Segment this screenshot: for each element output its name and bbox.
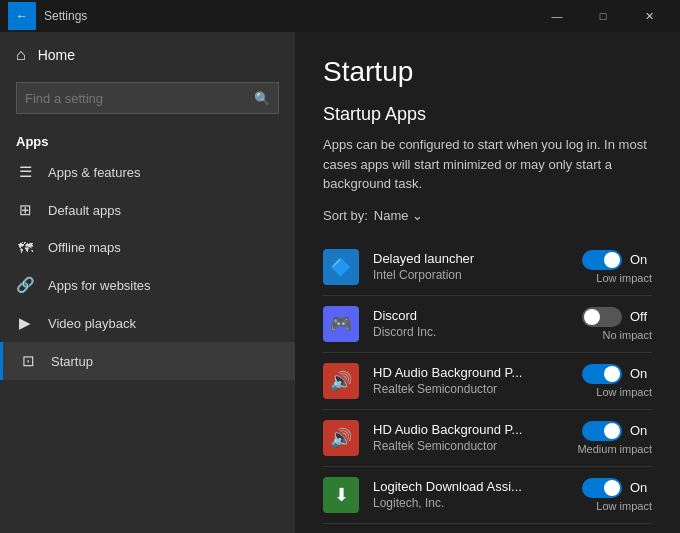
impact-label: No impact bbox=[602, 329, 652, 341]
sort-selector[interactable]: Name ⌄ bbox=[374, 208, 424, 223]
toggle-row: On bbox=[582, 364, 652, 384]
toggle-row: On bbox=[582, 421, 652, 441]
back-icon: ← bbox=[16, 9, 28, 23]
app-icon: ⬇ bbox=[323, 477, 359, 513]
app-info: HD Audio Background P... Realtek Semicon… bbox=[373, 365, 552, 396]
app-info: Delayed launcher Intel Corporation bbox=[373, 251, 552, 282]
toggle-label: On bbox=[630, 366, 652, 381]
app-info: HD Audio Background P... Realtek Semicon… bbox=[373, 422, 552, 453]
app-toggle-area: Off No impact bbox=[552, 307, 652, 341]
toggle-label: On bbox=[630, 252, 652, 267]
description-text: Apps can be configured to start when you… bbox=[323, 135, 652, 194]
impact-label: Low impact bbox=[596, 272, 652, 284]
app-name: HD Audio Background P... bbox=[373, 422, 552, 437]
default-apps-icon: ⊞ bbox=[16, 201, 34, 219]
home-label: Home bbox=[38, 47, 75, 63]
app-name: Logitech Download Assi... bbox=[373, 479, 552, 494]
search-input[interactable] bbox=[25, 91, 254, 106]
app-row: ☁ Microsoft OneDrive Off bbox=[323, 524, 652, 534]
offline-maps-icon: 🗺 bbox=[16, 239, 34, 256]
app-info: Discord Discord Inc. bbox=[373, 308, 552, 339]
home-icon: ⌂ bbox=[16, 46, 26, 64]
minimize-button[interactable]: — bbox=[534, 0, 580, 32]
page-title: Startup bbox=[323, 56, 652, 88]
apps-websites-label: Apps for websites bbox=[48, 278, 151, 293]
sort-chevron-icon: ⌄ bbox=[412, 208, 423, 223]
app-row: 🔊 HD Audio Background P... Realtek Semic… bbox=[323, 410, 652, 467]
app-row: 🔷 Delayed launcher Intel Corporation On … bbox=[323, 239, 652, 296]
apps-features-icon: ☰ bbox=[16, 163, 34, 181]
close-button[interactable]: ✕ bbox=[626, 0, 672, 32]
impact-label: Low impact bbox=[596, 500, 652, 512]
sort-row: Sort by: Name ⌄ bbox=[323, 208, 652, 223]
app-info: Logitech Download Assi... Logitech, Inc. bbox=[373, 479, 552, 510]
sort-value: Name bbox=[374, 208, 409, 223]
toggle-switch[interactable] bbox=[582, 307, 622, 327]
toggle-switch[interactable] bbox=[582, 364, 622, 384]
impact-label: Low impact bbox=[596, 386, 652, 398]
sidebar-item-home[interactable]: ⌂ Home bbox=[0, 32, 295, 78]
sidebar-item-offline-maps[interactable]: 🗺 Offline maps bbox=[0, 229, 295, 266]
toggle-switch[interactable] bbox=[582, 250, 622, 270]
sidebar-item-video-playback[interactable]: ▶ Video playback bbox=[0, 304, 295, 342]
toggle-switch[interactable] bbox=[582, 478, 622, 498]
app-toggle-area: On Low impact bbox=[552, 250, 652, 284]
toggle-thumb bbox=[584, 309, 600, 325]
toggle-label: On bbox=[630, 480, 652, 495]
app-company: Realtek Semiconductor bbox=[373, 382, 552, 396]
app-toggle-area: On Low impact bbox=[552, 478, 652, 512]
toggle-row: On bbox=[582, 250, 652, 270]
maximize-button[interactable]: □ bbox=[580, 0, 626, 32]
toggle-row: On bbox=[582, 478, 652, 498]
app-icon: 🔊 bbox=[323, 420, 359, 456]
startup-icon: ⊡ bbox=[19, 352, 37, 370]
section-title: Startup Apps bbox=[323, 104, 652, 125]
search-icon: 🔍 bbox=[254, 91, 270, 106]
sidebar-item-apps-websites[interactable]: 🔗 Apps for websites bbox=[0, 266, 295, 304]
toggle-thumb bbox=[604, 423, 620, 439]
impact-label: Medium impact bbox=[577, 443, 652, 455]
back-button[interactable]: ← bbox=[8, 2, 36, 30]
video-playback-label: Video playback bbox=[48, 316, 136, 331]
startup-label: Startup bbox=[51, 354, 93, 369]
main-layout: ⌂ Home 🔍 Apps ☰ Apps & features ⊞ Defaul… bbox=[0, 32, 680, 533]
app-company: Intel Corporation bbox=[373, 268, 552, 282]
apps-websites-icon: 🔗 bbox=[16, 276, 34, 294]
app-name: HD Audio Background P... bbox=[373, 365, 552, 380]
app-list: 🔷 Delayed launcher Intel Corporation On … bbox=[323, 239, 652, 534]
app-company: Realtek Semiconductor bbox=[373, 439, 552, 453]
app-icon: 🎮 bbox=[323, 306, 359, 342]
content-pane: Startup Startup Apps Apps can be configu… bbox=[295, 32, 680, 533]
sidebar: ⌂ Home 🔍 Apps ☰ Apps & features ⊞ Defaul… bbox=[0, 32, 295, 533]
toggle-label: On bbox=[630, 423, 652, 438]
search-box[interactable]: 🔍 bbox=[16, 82, 279, 114]
app-row: 🔊 HD Audio Background P... Realtek Semic… bbox=[323, 353, 652, 410]
toggle-thumb bbox=[604, 252, 620, 268]
toggle-row: Off bbox=[582, 307, 652, 327]
app-icon: 🔷 bbox=[323, 249, 359, 285]
toggle-label: Off bbox=[630, 309, 652, 324]
video-playback-icon: ▶ bbox=[16, 314, 34, 332]
app-row: 🎮 Discord Discord Inc. Off No impact bbox=[323, 296, 652, 353]
sidebar-item-apps-features[interactable]: ☰ Apps & features bbox=[0, 153, 295, 191]
sidebar-item-startup[interactable]: ⊡ Startup bbox=[0, 342, 295, 380]
apps-features-label: Apps & features bbox=[48, 165, 141, 180]
app-name: Delayed launcher bbox=[373, 251, 552, 266]
app-icon: 🔊 bbox=[323, 363, 359, 399]
app-toggle-area: On Medium impact bbox=[552, 421, 652, 455]
window-title: Settings bbox=[44, 9, 534, 23]
apps-section-label: Apps bbox=[0, 126, 295, 153]
sidebar-item-default-apps[interactable]: ⊞ Default apps bbox=[0, 191, 295, 229]
app-toggle-area: On Low impact bbox=[552, 364, 652, 398]
offline-maps-label: Offline maps bbox=[48, 240, 121, 255]
toggle-thumb bbox=[604, 366, 620, 382]
toggle-switch[interactable] bbox=[582, 421, 622, 441]
app-company: Logitech, Inc. bbox=[373, 496, 552, 510]
default-apps-label: Default apps bbox=[48, 203, 121, 218]
sort-by-label: Sort by: bbox=[323, 208, 368, 223]
app-row: ⬇ Logitech Download Assi... Logitech, In… bbox=[323, 467, 652, 524]
titlebar: ← Settings — □ ✕ bbox=[0, 0, 680, 32]
app-name: Discord bbox=[373, 308, 552, 323]
app-company: Discord Inc. bbox=[373, 325, 552, 339]
toggle-thumb bbox=[604, 480, 620, 496]
